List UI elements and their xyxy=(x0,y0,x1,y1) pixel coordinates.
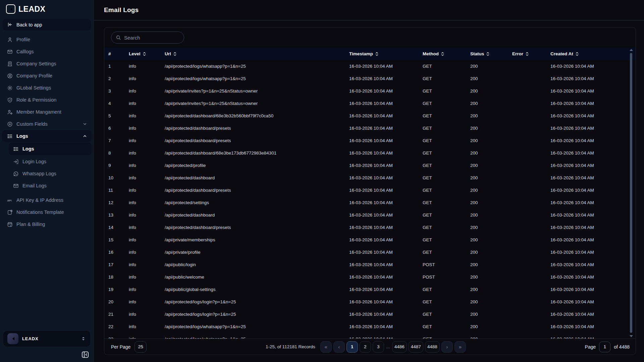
sidebar-item-company-profile[interactable]: Company Profile xyxy=(2,70,92,82)
cell-method: GET xyxy=(423,237,470,242)
table-row[interactable]: 11info/api/protected/dashboard/presets16… xyxy=(104,184,636,196)
column-header-method[interactable]: Method xyxy=(423,51,470,56)
sidebar-item-label: Logs xyxy=(16,133,28,139)
column-label: # xyxy=(108,51,111,56)
scrollbar-down-arrow-icon[interactable] xyxy=(630,335,633,337)
table-row[interactable]: 15info/api/private/memberships16-03-2026… xyxy=(104,234,636,246)
table-row[interactable]: 4info/api/private/invites?p=1&n=25&nStat… xyxy=(104,97,636,110)
sidebar-item-role-permission[interactable]: Role & Permission xyxy=(2,94,92,106)
search-icon xyxy=(116,35,121,40)
sidebar-subitem-logs[interactable]: Logs xyxy=(9,142,92,155)
pagination-page-4488[interactable]: 4488 xyxy=(425,341,440,353)
sidebar-collapse-button[interactable] xyxy=(81,351,89,359)
sidebar-item-notifications-template[interactable]: Notifications Template xyxy=(2,206,92,218)
sidebar-item-logs[interactable]: Logs xyxy=(2,130,92,142)
table-row[interactable]: 10info/api/protected/dashboard16-03-2026… xyxy=(104,172,636,184)
table-row[interactable]: 21info/api/protected/logs/login?p=1&n=25… xyxy=(104,308,636,320)
cell-url: /api/protected/dashboard/presets xyxy=(165,126,349,131)
scrollbar-up-arrow-icon[interactable] xyxy=(630,49,633,51)
per-page-selector[interactable]: 25 xyxy=(135,341,147,353)
sidebar-item-company-settings[interactable]: Company Settings xyxy=(2,58,92,70)
page-number-input[interactable] xyxy=(599,342,610,352)
cell-level: info xyxy=(129,175,165,180)
column-header-level[interactable]: Level xyxy=(129,51,165,56)
page-total-label: of 4488 xyxy=(614,344,630,350)
cell-status: 200 xyxy=(470,237,512,242)
cell-method: GET xyxy=(423,250,470,255)
cell-url: /api/protected/logs/whatsapp?p=1&n=25 xyxy=(165,324,349,329)
svg-text:API: API xyxy=(7,199,11,202)
table-row[interactable]: 8info/api/protected/dashboard/68e3be173d… xyxy=(104,147,636,159)
sidebar-item-api-key-ip-address[interactable]: APIAPI Key & IP Address xyxy=(2,194,92,206)
column-header-created-at[interactable]: Created At xyxy=(550,51,636,56)
sidebar-item-member-mangament[interactable]: Member Mangament xyxy=(2,106,92,118)
sidebar-item-global-settings[interactable]: GLobal Settings xyxy=(2,82,92,94)
mail-icon xyxy=(13,183,19,189)
sidebar-subitem-login-logs[interactable]: Login Logs xyxy=(9,156,92,168)
table-row[interactable]: 13info/api/protected/dashboard16-03-2026… xyxy=(104,209,636,221)
pagination-last-button[interactable]: » xyxy=(454,341,466,353)
column-header-status[interactable]: Status xyxy=(470,51,512,56)
column-header-timestamp[interactable]: Timestamp xyxy=(349,51,423,56)
column-header-url[interactable]: Url xyxy=(165,51,349,56)
search-box[interactable] xyxy=(111,32,184,44)
table-row[interactable]: 9info/api/protected/profile16-03-2026 10… xyxy=(104,159,636,172)
table-row[interactable]: 23info/api/protected/logs/whatsapp?p=1&n… xyxy=(104,333,636,339)
table-row[interactable]: 6info/api/protected/dashboard/presets16-… xyxy=(104,122,636,134)
sidebar-subitem-whatsapp-logs[interactable]: Whatsapp Logs xyxy=(9,168,92,180)
cell-number: 14 xyxy=(108,225,129,230)
pagination-next-button[interactable]: › xyxy=(441,341,453,353)
table-row[interactable]: 5info/api/protected/dashboard/68e3b32b56… xyxy=(104,110,636,122)
pagination-page-3[interactable]: 3 xyxy=(373,341,384,353)
sidebar-item-calllogs[interactable]: Calllogs xyxy=(2,46,92,58)
cell-status: 200 xyxy=(470,275,512,280)
table-row[interactable]: 3info/api/private/invites?p=1&n=25&nStat… xyxy=(104,85,636,97)
scrollbar-thumb[interactable] xyxy=(630,53,632,333)
cell-level: info xyxy=(129,64,165,69)
table-row[interactable]: 20info/api/protected/logs/login?p=1&n=25… xyxy=(104,296,636,308)
table-row[interactable]: 22info/api/protected/logs/whatsapp?p=1&n… xyxy=(104,320,636,333)
cell-number: 11 xyxy=(108,188,129,193)
cell-url: /api/private/invites?p=1&n=25&nStatus=ow… xyxy=(165,88,349,94)
cell-url: /api/private/invites?p=1&n=25&nStatus=ow… xyxy=(165,101,349,106)
pagination-page-1[interactable]: 1 xyxy=(346,341,358,353)
table-header: #LevelUrlTimestampMethodStatusErrorCreat… xyxy=(104,48,636,60)
cell-level: info xyxy=(129,101,165,106)
sort-icon xyxy=(576,52,579,56)
sidebar-item-plan-billing[interactable]: $Plan & Billing xyxy=(2,218,92,230)
pagination-first-button[interactable]: « xyxy=(320,341,332,353)
column-header-error[interactable]: Error xyxy=(512,51,550,56)
table-row[interactable]: 14info/api/protected/dashboard/presets16… xyxy=(104,221,636,234)
table-row[interactable]: 12info/api/protected/settings16-03-2026 … xyxy=(104,196,636,209)
app-window: LEADX Back to app ProfileCalllogsCompany… xyxy=(0,0,644,362)
sidebar-item-profile[interactable]: Profile xyxy=(2,34,92,46)
table-header-row: #LevelUrlTimestampMethodStatusErrorCreat… xyxy=(104,48,636,60)
table-row[interactable]: 16info/api/private/profile16-03-2026 10:… xyxy=(104,246,636,258)
cell-status: 200 xyxy=(470,150,512,156)
chevron-up-icon xyxy=(83,134,87,138)
workspace-switcher[interactable]: LEADX xyxy=(3,331,90,347)
pagination-page-4486[interactable]: 4486 xyxy=(392,341,407,353)
table-row[interactable]: 17info/api/public/login16-03-2026 10:04 … xyxy=(104,258,636,271)
cell-created-at: 16-03-2026 10:04 AM xyxy=(550,88,636,94)
pagination-prev-button[interactable]: ‹ xyxy=(333,341,345,353)
cell-url: /api/protected/dashboard/68e3be173db6772… xyxy=(165,150,349,156)
table-row[interactable]: 7info/api/protected/dashboard/presets16-… xyxy=(104,134,636,147)
cell-level: info xyxy=(129,150,165,156)
cell-created-at: 16-03-2026 10:04 AM xyxy=(550,138,636,143)
table-row[interactable]: 1info/api/protected/logs/whatsapp?p=1&n=… xyxy=(104,60,636,72)
pagination-page-2[interactable]: 2 xyxy=(360,341,371,353)
cell-level: info xyxy=(129,337,165,339)
sidebar-item-custom-fields[interactable]: Custom Fields xyxy=(2,118,92,130)
cell-url: /api/public/login xyxy=(165,262,349,267)
search-input[interactable] xyxy=(124,35,179,41)
vertical-scrollbar xyxy=(629,48,633,339)
table-row[interactable]: 18info/api/public/welcome16-03-2026 10:0… xyxy=(104,271,636,283)
cell-status: 200 xyxy=(470,262,512,267)
cell-created-at: 16-03-2026 10:04 AM xyxy=(550,312,636,317)
pagination-page-4487[interactable]: 4487 xyxy=(409,341,423,353)
sidebar-subitem-email-logs[interactable]: Email Logs xyxy=(9,180,92,192)
back-to-app-button[interactable]: Back to app xyxy=(3,19,91,31)
table-row[interactable]: 2info/api/protected/logs/whatsapp?p=1&n=… xyxy=(104,72,636,85)
table-row[interactable]: 19info/api/public/global-settings16-03-2… xyxy=(104,283,636,296)
